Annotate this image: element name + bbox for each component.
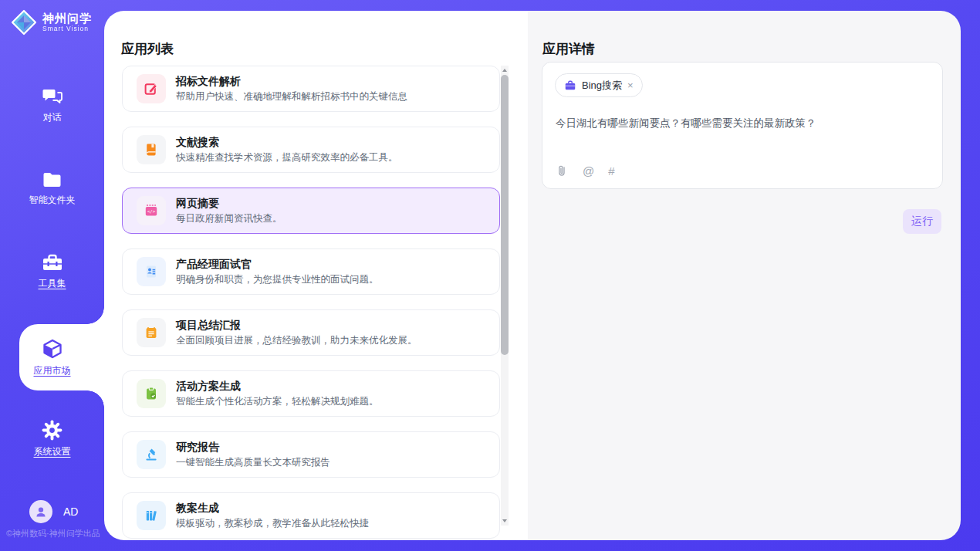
list-item-event-plan[interactable]: 活动方案生成 智能生成个性化活动方案，轻松解决规划难题。 <box>122 370 500 417</box>
books-icon <box>137 501 166 530</box>
clipboard-check-icon <box>137 379 166 408</box>
app-description: 快速精准查找学术资源，提高研究效率的必备工具。 <box>176 151 398 164</box>
microscope-icon <box>137 440 166 469</box>
app-description: 每日政府新闻资讯快查。 <box>176 212 282 225</box>
user-avatar-icon <box>34 505 48 519</box>
list-item-bid-parse[interactable]: 招标文件解析 帮助用户快速、准确地理解和解析招标书中的关键信息 <box>122 66 500 112</box>
scrollbar-thumb[interactable] <box>501 75 509 355</box>
app-detail-title: 应用详情 <box>542 40 595 58</box>
app-title: 网页摘要 <box>176 196 282 210</box>
folder-icon <box>42 171 63 189</box>
app-description: 全面回顾项目进展，总结经验教训，助力未来优化发展。 <box>176 334 417 347</box>
app-description: 模板驱动，教案秒成，教学准备从此轻松快捷 <box>176 517 369 530</box>
app-list-panel: 应用列表 招标文件解析 帮助用户快速、准确地理解和解析招标书中的关键信息 <box>104 11 528 540</box>
composer-toolbar: @ # <box>556 164 615 177</box>
app-description: 明确身份和职责，为您提供专业性的面试问题。 <box>176 273 379 286</box>
app-title: 研究报告 <box>176 440 330 454</box>
web-code-icon: </> <box>137 196 166 225</box>
app-title: 教案生成 <box>176 501 369 515</box>
list-item-project-summary[interactable]: 项目总结汇报 全面回顾项目进展，总结经验教训，助力未来优化发展。 <box>122 309 500 356</box>
scrollbar-up-arrow[interactable] <box>501 66 509 75</box>
run-button[interactable]: 运行 <box>903 209 941 234</box>
interview-doc-icon <box>137 257 166 286</box>
scrollbar[interactable] <box>501 66 509 526</box>
copyright-text: ©神州数码·神州问学出品 <box>6 528 104 539</box>
main-panel: 应用列表 招标文件解析 帮助用户快速、准确地理解和解析招标书中的关键信息 <box>104 11 961 540</box>
brand-subtitle: Smart Vision <box>42 25 92 32</box>
pen-square-icon <box>137 74 166 103</box>
paperclip-icon[interactable] <box>556 164 569 177</box>
tool-chip-label: Bing搜索 <box>582 79 622 93</box>
app-detail-panel: 应用详情 Bing搜索 × 今日湖北有哪些新闻要点？有哪些需要关注的最新政策？ … <box>528 11 961 540</box>
list-item-pm-interviewer[interactable]: 产品经理面试官 明确身份和职责，为您提供专业性的面试问题。 <box>122 248 500 295</box>
chat-icon <box>42 86 63 106</box>
prompt-composer: Bing搜索 × 今日湖北有哪些新闻要点？有哪些需要关注的最新政策？ @ # <box>542 62 943 189</box>
hash-icon[interactable]: # <box>608 165 614 177</box>
diamond-gem-icon <box>10 8 38 36</box>
brand-name: 神州问学 <box>42 12 92 25</box>
svg-text:</>: </> <box>147 209 156 214</box>
app-title: 活动方案生成 <box>176 379 379 393</box>
list-item-research-report[interactable]: 研究报告 一键智能生成高质量长文本研究报告 <box>122 431 500 478</box>
user-name: AD <box>63 505 78 518</box>
sidebar-item-label: 应用市场 <box>0 364 104 377</box>
app-title: 招标文件解析 <box>176 74 407 88</box>
gear-icon <box>42 420 63 441</box>
app-title: 产品经理面试官 <box>176 257 379 271</box>
briefcase-icon <box>564 79 576 92</box>
sidebar-item-label: 智能文件夹 <box>0 194 104 207</box>
close-icon[interactable]: × <box>627 80 634 90</box>
app-description: 帮助用户快速、准确地理解和解析招标书中的关键信息 <box>176 90 407 103</box>
app-list: 招标文件解析 帮助用户快速、准确地理解和解析招标书中的关键信息 文献搜索 快速精… <box>122 66 500 539</box>
avatar <box>29 500 52 523</box>
brand-logo: 神州问学 Smart Vision <box>10 8 92 36</box>
tool-chip-bing-search[interactable]: Bing搜索 × <box>555 73 643 97</box>
sidebar: 神州问学 Smart Vision 对话 智能文件夹 工具集 <box>0 0 104 551</box>
app-title: 项目总结汇报 <box>176 318 417 332</box>
list-item-lesson-plan[interactable]: 教案生成 模板驱动，教案秒成，教学准备从此轻松快捷 <box>122 492 500 539</box>
sidebar-item-smart-folder[interactable]: 智能文件夹 <box>0 171 104 207</box>
scrollbar-down-arrow[interactable] <box>501 516 509 526</box>
sidebar-item-label: 工具集 <box>0 277 104 290</box>
app-description: 一键智能生成高质量长文本研究报告 <box>176 456 330 469</box>
app-list-title: 应用列表 <box>121 40 174 58</box>
app-title: 文献搜索 <box>176 135 398 149</box>
at-icon[interactable]: @ <box>583 165 594 177</box>
cube-icon <box>42 338 63 360</box>
sidebar-item-label: 对话 <box>0 111 104 124</box>
sidebar-item-toolset[interactable]: 工具集 <box>0 253 104 290</box>
sidebar-item-settings[interactable]: 系统设置 <box>0 420 104 458</box>
list-item-literature-search[interactable]: 文献搜索 快速精准查找学术资源，提高研究效率的必备工具。 <box>122 127 500 173</box>
user-account[interactable]: AD <box>29 500 78 523</box>
sidebar-item-label: 系统设置 <box>0 445 104 458</box>
sidebar-item-app-market[interactable]: 应用市场 <box>0 338 104 377</box>
query-textbox[interactable]: 今日湖北有哪些新闻要点？有哪些需要关注的最新政策？ <box>556 117 927 130</box>
list-item-web-summary[interactable]: </> 网页摘要 每日政府新闻资讯快查。 <box>122 188 500 234</box>
app-description: 智能生成个性化活动方案，轻松解决规划难题。 <box>176 395 379 408</box>
sidebar-item-chat[interactable]: 对话 <box>0 86 104 124</box>
notepad-icon <box>137 318 166 347</box>
toolbox-icon <box>42 253 63 272</box>
book-icon <box>137 135 166 164</box>
